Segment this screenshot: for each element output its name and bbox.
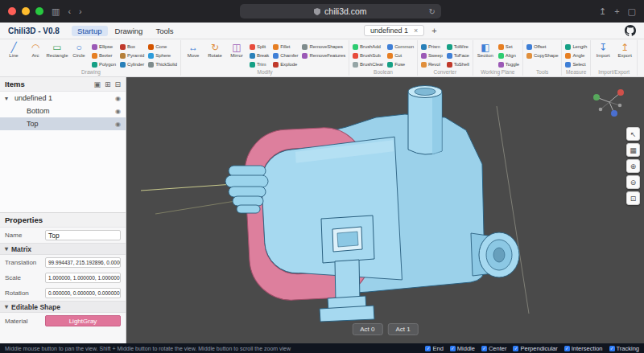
close-icon[interactable]: × [414,27,418,35]
menu-tab-startup[interactable]: Startup [72,26,108,36]
ribbon-button-set[interactable]: Set [497,43,520,51]
ribbon-button-line[interactable]: ╱Line [4,40,23,58]
document-tab[interactable]: undefined 1 × [364,25,424,36]
minimize-window-button[interactable] [22,7,30,15]
zoom-in-button[interactable]: ⊕ [626,159,640,173]
scale-input[interactable]: 1.000000, 1.000000, 1.000000 [45,273,121,283]
rotation-input[interactable]: 0.000000, 0.000000, 0.000000 [45,288,121,298]
material-button[interactable]: LightGray [45,315,121,326]
orientation-gizmo[interactable] [591,85,628,121]
share-icon[interactable]: ↥ [599,7,606,16]
ribbon-button-thicksolid[interactable]: ThickSolid [147,60,178,68]
ribbon-button-select[interactable]: Select [564,60,588,68]
ribbon-button-split[interactable]: Split [249,43,270,51]
ribbon-button-revol[interactable]: Revol [420,60,444,68]
model-3d[interactable] [126,77,644,343]
snap-end[interactable]: ✓End [425,345,443,352]
ribbon-button-move[interactable]: ↔Move [184,40,203,58]
checkbox-checked-icon[interactable]: ✓ [513,346,518,351]
back-icon[interactable]: ‹ [68,7,71,16]
translation-input[interactable]: 99.994437, 215.192896, 0.00000 [45,257,121,268]
ribbon-button-polygon[interactable]: Polygon [91,60,117,68]
ribbon-button-brushsub[interactable]: BrushSub [352,51,384,60]
axis-z-dot[interactable] [611,110,617,117]
address-bar[interactable]: chili3d.com ↻ [240,4,441,18]
viewport-3d[interactable]: ↖▦⊕⊖⊡ Act 0Act 1 [126,77,644,343]
ribbon-button-removefeatures[interactable]: RemoveFeatures [301,51,346,60]
ribbon-button-bezier[interactable]: Bezier [91,51,117,60]
forward-icon[interactable]: › [79,7,82,16]
zoom-out-button[interactable]: ⊖ [626,175,640,189]
snap-perpendicular[interactable]: ✓Perpendicular [513,345,557,352]
ribbon-button-explode[interactable]: Explode [272,60,299,68]
ribbon-button-toggle[interactable]: Toggle [497,60,520,68]
ribbon-button-align[interactable]: Align [497,51,520,60]
ribbon-button-break[interactable]: Break [249,51,270,60]
reload-icon[interactable]: ↻ [428,7,435,16]
ribbon-button-circle[interactable]: ○Circle [69,40,89,58]
zoom-window-button[interactable] [35,7,43,15]
name-input[interactable]: Top [45,230,121,240]
tree-caret-icon[interactable]: ▾ [5,95,12,102]
checkbox-checked-icon[interactable]: ✓ [425,346,431,351]
snap-tracking[interactable]: ✓Tracking [609,345,639,352]
checkbox-checked-icon[interactable]: ✓ [564,346,570,351]
ribbon-button-toface[interactable]: ToFace [446,51,470,60]
ribbon-button-common[interactable]: Common [386,43,415,51]
ribbon-button-trim[interactable]: Trim [249,60,270,68]
tree-item-undefined-1[interactable]: ▾undefined 1◉ [0,92,126,105]
ribbon-button-offset[interactable]: Offset [526,43,559,51]
ribbon-button-fillet[interactable]: Fillet [272,43,299,51]
display-mode-button[interactable]: ▦ [626,143,640,157]
ribbon-button-box[interactable]: Box [119,43,145,51]
ribbon-button-removeshapes[interactable]: RemoveShapes [301,43,346,51]
fit-view-button[interactable]: ⊡ [626,191,640,205]
tabs-icon[interactable]: ▢ [628,7,636,16]
ribbon-button-ellipse[interactable]: Ellipse [91,43,117,51]
checkbox-checked-icon[interactable]: ✓ [450,346,456,351]
pump-front-face[interactable] [259,137,402,287]
checkbox-checked-icon[interactable]: ✓ [609,346,615,351]
act-button-0[interactable]: Act 0 [352,323,382,335]
ribbon-button-sweep[interactable]: Sweep [420,51,444,60]
ribbon-button-pyramid[interactable]: Pyramid [119,51,145,60]
ribbon-button-prism[interactable]: Prism [420,43,444,51]
act-button-1[interactable]: Act 1 [388,323,419,335]
snap-center[interactable]: ✓Center [481,345,507,352]
ribbon-button-angle[interactable]: Angle [564,51,588,60]
checkbox-checked-icon[interactable]: ✓ [481,346,487,351]
github-link[interactable] [625,25,636,36]
tree-item-bottom[interactable]: Bottom◉ [0,105,126,117]
ribbon-button-copyshape[interactable]: CopyShape [526,51,559,60]
close-window-button[interactable] [8,7,16,15]
tree-item-top[interactable]: Top◉ [0,117,126,130]
ribbon-button-arc[interactable]: ◠Arc [26,40,45,58]
pump-inlet-cylinder[interactable] [408,86,442,155]
ribbon-button-chamfer[interactable]: Chamfer [272,51,299,60]
matrix-section-header[interactable]: ▾ Matrix [0,243,126,255]
axis-x-dot[interactable] [617,89,624,96]
axis-y-dot[interactable] [593,94,600,101]
ribbon-button-sphere[interactable]: Sphere [147,51,178,60]
visibility-eye-icon[interactable]: ◉ [115,121,121,128]
new-document-button[interactable]: + [428,26,440,35]
ribbon-button-cylinder[interactable]: Cylinder [119,60,145,68]
ribbon-button-act[interactable]: ▶Act [640,40,644,58]
ribbon-button-towire[interactable]: ToWire [446,43,470,51]
ribbon-button-section[interactable]: ◧Section [476,40,495,58]
new-tab-icon[interactable]: + [614,7,619,16]
expand-all-icon[interactable]: ⊞ [105,80,111,88]
ribbon-button-export[interactable]: ↥Export [615,40,634,58]
ribbon-button-length[interactable]: Length [564,43,588,51]
ribbon-button-rotate[interactable]: ↻Rotate [205,40,225,58]
snap-middle[interactable]: ✓Middle [450,345,475,352]
ribbon-button-rectangle[interactable]: ▭Rectangle [47,40,67,58]
menu-tab-tools[interactable]: Tools [150,26,179,36]
ribbon-button-import[interactable]: ↧Import [593,40,613,58]
new-group-icon[interactable]: ▣ [93,80,101,88]
visibility-eye-icon[interactable]: ◉ [115,108,121,115]
ribbon-button-brushadd[interactable]: BrushAdd [352,43,384,51]
ribbon-button-fuse[interactable]: Fuse [386,60,415,68]
collapse-all-icon[interactable]: ⊟ [114,80,121,88]
menu-tab-drawing[interactable]: Drawing [109,26,149,36]
